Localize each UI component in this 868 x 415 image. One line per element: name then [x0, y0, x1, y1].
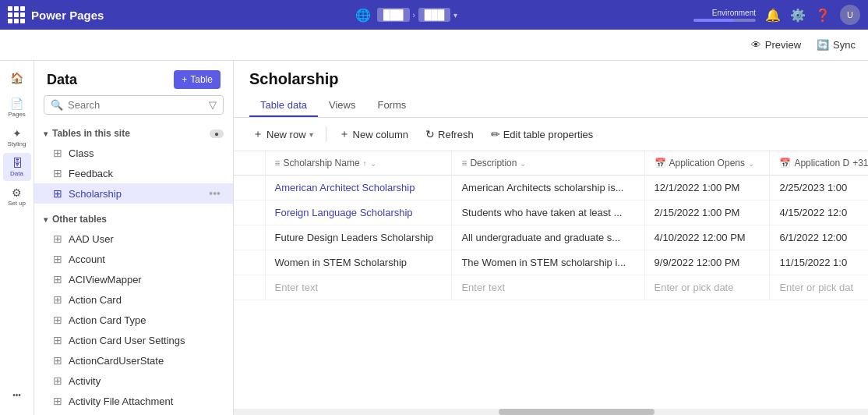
sidebar-item-setup[interactable]: ⚙ Set up: [3, 183, 31, 211]
sidebar-item-data[interactable]: 🗄 Data: [3, 153, 31, 181]
setup-label: Set up: [8, 200, 26, 207]
new-row-chevron[interactable]: ▾: [309, 130, 313, 139]
action-card-type-label: Action Card Type: [69, 314, 146, 326]
sidebar-item-action-card[interactable]: ⊞ Action Card: [34, 289, 233, 310]
grid-icon: ⊞: [53, 314, 62, 326]
application-d-placeholder[interactable]: Enter or pick dat: [770, 275, 868, 300]
breadcrumb-chevron-down[interactable]: ▾: [453, 11, 457, 20]
refresh-label: Refresh: [438, 129, 474, 140]
table-row: American Architect Scholarship American …: [234, 176, 868, 200]
grid-icon: ⊞: [53, 293, 62, 306]
app-logo[interactable]: Power Pages: [8, 6, 104, 23]
table-row: Women in STEM Scholarship The Women in S…: [234, 250, 868, 275]
application-opens-placeholder[interactable]: Enter or pick date: [644, 275, 770, 300]
scholarship-name-cell[interactable]: American Architect Scholarship: [265, 176, 452, 200]
help-icon[interactable]: ❓: [815, 8, 831, 23]
col-description[interactable]: ≡ Description ⌄: [452, 151, 644, 176]
refresh-button[interactable]: ↻ Refresh: [419, 125, 480, 144]
data-sidebar: Data + Table 🔍 ▽ ▾ Tables in this site ●…: [34, 61, 234, 415]
grid-icon: [8, 6, 25, 23]
filter-icon[interactable]: ▽: [209, 99, 217, 111]
description-cell: American Architects scholarship is...: [452, 176, 644, 200]
sidebar-item-activity-file-attachment[interactable]: ⊞ Activity File Attachment: [34, 391, 233, 411]
sidebar-item-activity[interactable]: ⊞ Activity: [34, 371, 233, 391]
other-tables-header[interactable]: ▾ Other tables: [34, 210, 233, 229]
data-table: ≡ Scholarship Name ↑ ⌄ ≡ Description ⌄: [234, 151, 868, 300]
grid-icon: ⊞: [53, 232, 62, 245]
tables-in-site-section: ▾ Tables in this site ● ⊞ Class ⊞ Feedba…: [34, 121, 233, 207]
avatar[interactable]: U: [840, 5, 860, 25]
breadcrumb-separator: ›: [413, 11, 415, 20]
filter-icon[interactable]: ⌄: [748, 159, 754, 168]
row-number: [234, 275, 265, 300]
filter-icon[interactable]: ⌄: [370, 159, 376, 168]
sync-button[interactable]: 🔄 Sync: [817, 39, 856, 51]
add-table-button[interactable]: + Table: [174, 70, 221, 89]
breadcrumb-item-1[interactable]: ███: [377, 8, 410, 22]
environment-bar: [693, 19, 756, 22]
sidebar-more-button[interactable]: •••: [3, 381, 31, 409]
new-row-button[interactable]: ＋ New row ▾: [246, 124, 319, 144]
sidebar-item-account[interactable]: ⊞ Account: [34, 249, 233, 269]
activity-file-attachment-label: Activity File Attachment: [69, 395, 173, 407]
sidebar-item-pages[interactable]: 📄 Pages: [3, 94, 31, 122]
table-scrollbar-thumb[interactable]: [499, 409, 655, 415]
preview-button[interactable]: 👁 Preview: [745, 36, 807, 54]
other-tables-section: ▾ Other tables ⊞ AAD User ⊞ Account ⊞ AC…: [34, 207, 233, 415]
chevron-down-icon: ▾: [44, 129, 48, 138]
search-input[interactable]: [68, 99, 204, 111]
new-column-button[interactable]: ＋ New column: [333, 124, 415, 144]
sidebar-item-home[interactable]: 🏠: [3, 64, 31, 92]
sidebar-item-action-card-type[interactable]: ⊞ Action Card Type: [34, 310, 233, 330]
grid-icon: ⊞: [53, 374, 62, 387]
item-more-button[interactable]: •••: [209, 187, 221, 200]
sidebar-item-action-card-user-settings[interactable]: ⊞ Action Card User Settings: [34, 330, 233, 350]
description-cell: The Women in STEM scholarship i...: [452, 250, 644, 275]
filter-icon[interactable]: ⌄: [520, 159, 526, 168]
scholarship-name-placeholder[interactable]: Enter text: [265, 275, 452, 300]
tab-views[interactable]: Views: [318, 94, 366, 117]
search-icon: 🔍: [51, 99, 63, 111]
pages-label: Pages: [8, 111, 26, 118]
table-row-empty: Enter text Enter text Enter or pick date…: [234, 275, 868, 300]
grid-icon: ⊞: [53, 147, 62, 159]
col-scholarship-name[interactable]: ≡ Scholarship Name ↑ ⌄: [265, 151, 452, 176]
more-cols-label: +31 more: [852, 158, 868, 168]
description-cell: Students who have taken at least ...: [452, 200, 644, 225]
environment-label: Environment: [712, 9, 756, 17]
topbar: Power Pages 🌐 ███ › ███ ▾ Environment 🔔 …: [0, 0, 868, 30]
sidebar-item-class[interactable]: ⊞ Class: [34, 143, 233, 163]
sidebar-item-styling[interactable]: ✦ Styling: [3, 123, 31, 151]
col-application-d[interactable]: 📅 Application D +31 more ▾ ＋: [770, 151, 868, 176]
sidebar-item-actioncarduserstate[interactable]: ⊞ ActionCardUserState: [34, 350, 233, 371]
sidebar-item-feedback[interactable]: ⊞ Feedback: [34, 163, 233, 183]
tab-forms[interactable]: Forms: [366, 94, 417, 117]
sidebar-item-scholarship[interactable]: ⊞ Scholarship •••: [34, 183, 233, 204]
scholarship-name-cell: Future Design Leaders Scholarship: [265, 225, 452, 250]
tables-in-site-badge: ●: [210, 129, 224, 138]
breadcrumb-item-2[interactable]: ███: [418, 8, 451, 22]
sidebar-item-aciviewmapper[interactable]: ⊞ ACIViewMapper: [34, 269, 233, 289]
search-bar[interactable]: 🔍 ▽: [44, 95, 224, 115]
settings-icon[interactable]: ⚙️: [790, 8, 806, 23]
table-container: ≡ Scholarship Name ↑ ⌄ ≡ Description ⌄: [234, 151, 868, 409]
app-name: Power Pages: [31, 9, 104, 22]
notification-icon[interactable]: 🔔: [765, 8, 781, 23]
setup-icon: ⚙: [12, 186, 22, 199]
tab-table-data[interactable]: Table data: [249, 94, 318, 117]
styling-label: Styling: [7, 140, 26, 147]
sidebar-item-aad-user[interactable]: ⊞ AAD User: [34, 229, 233, 249]
application-opens-cell: 2/15/2022 1:00 PM: [644, 200, 770, 225]
col-application-opens-label: Application Opens: [669, 158, 745, 168]
more-cols-button[interactable]: +31 more ▾: [852, 158, 868, 168]
edit-table-button[interactable]: ✏ Edit table properties: [485, 125, 600, 144]
col-application-opens[interactable]: 📅 Application Opens ⌄: [644, 151, 770, 176]
tables-in-site-header[interactable]: ▾ Tables in this site ●: [34, 124, 233, 143]
activity-label: Activity: [69, 375, 101, 387]
sort-asc-icon[interactable]: ↑: [363, 159, 367, 168]
scholarship-name-cell[interactable]: Foreign Language Scholarship: [265, 200, 452, 225]
description-placeholder[interactable]: Enter text: [452, 275, 644, 300]
table-scrollbar[interactable]: [234, 409, 868, 415]
col-description-label: Description: [470, 158, 517, 168]
sidebar-item-activity-party[interactable]: ⊞ Activity Party: [34, 411, 233, 415]
